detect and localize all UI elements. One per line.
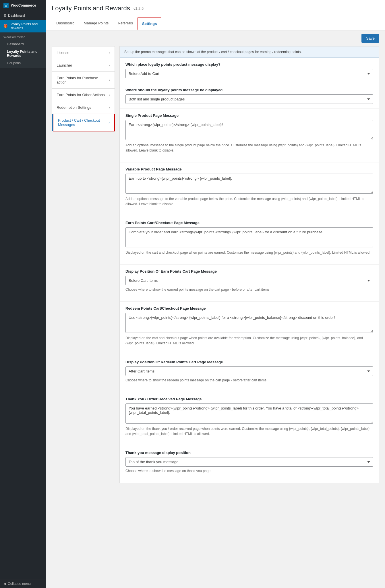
thank-you-message-textarea[interactable]: You have earned <strong>{wlpr_points}</s… [125,403,373,424]
thank-you-position-help: Choose where to show the message on than… [125,468,373,473]
field-earn-cart-message: Earn Points Cart/Checkout Page Message C… [120,216,379,265]
redeem-cart-position-select[interactable]: Before Cart items After Cart items [125,366,373,376]
nav-earn-other-chevron: › [109,93,110,97]
sidebar: W WooCommerce ⊞ Dashboard 🎁 Loyalty Poin… [0,0,46,588]
nav-earn-purchase-label: Earn Points for Purchase action [57,76,109,84]
variable-product-message-textarea[interactable]: Earn up to <strong>{wlpr_points}</strong… [125,174,373,194]
single-product-message-textarea[interactable]: Earn <strong>{wlpr_points}</strong> {wlp… [125,120,373,140]
app-wrapper: W WooCommerce ⊞ Dashboard 🎁 Loyalty Poin… [0,0,385,588]
where-displayed-select[interactable]: Both list and single product pages Singl… [125,94,373,104]
nav-license-chevron: › [109,51,110,55]
save-button[interactable]: Save [361,34,379,43]
earn-cart-position-help: Choose where to show the earned points m… [125,287,373,292]
nav-item-earn-other[interactable]: Earn Points for Other Actions › [52,88,115,101]
sidebar-loyalty-label: Loyalty Points and Rewards [9,22,42,30]
earn-cart-position-label: Display Position Of Earn Points Cart Pag… [125,269,373,273]
where-displayed-label: Where should the loyalty points message … [125,88,373,92]
nav-earn-other-label: Earn Points for Other Actions [57,93,105,97]
field-earn-cart-position: Display Position Of Earn Points Cart Pag… [120,265,379,302]
settings-nav: License › Launcher › Earn Points for Pur… [52,46,115,483]
thank-you-message-label: Thank You / Order Received Page Message [125,397,373,401]
tab-settings[interactable]: Settings [138,18,161,30]
single-product-message-label: Single Product Page Message [125,113,373,118]
nav-redemption-label: Redemption Settings [57,105,91,110]
field-thank-you-message: Thank You / Order Received Page Message … [120,392,379,446]
earn-cart-message-help: Displayed on the cart and checkout page … [125,250,373,255]
nav-item-license[interactable]: License › [52,46,115,59]
field-redeem-cart-position: Display Position Of Redeem Points Cart P… [120,355,379,392]
sidebar-item-loyalty[interactable]: 🎁 Loyalty Points and Rewards [0,20,46,32]
page-version: v1.2.5 [134,6,144,11]
redeem-cart-message-textarea[interactable]: Use <strong>{wlpr_points}</strong> {wlpr… [125,313,373,333]
nav-license-label: License [57,51,69,55]
nav-item-earn-purchase[interactable]: Earn Points for Purchase action › [52,71,115,89]
thank-you-position-label: Thank you message display position [125,451,373,455]
field-which-place: Which place loyalty points product messa… [120,58,379,83]
nav-item-redemption[interactable]: Redemption Settings › [52,101,115,114]
loyalty-icon: 🎁 [3,24,8,28]
earn-cart-message-label: Earn Points Cart/Checkout Page Message [125,221,373,225]
sidebar-dashboard-label: Dashboard [8,13,25,18]
nav-launcher-chevron: › [109,63,110,67]
woocommerce-icon: W [3,3,9,8]
variable-product-message-help: Add an optional message to the variable … [125,196,373,207]
collapse-icon: ◀ [3,582,6,586]
field-thank-you-position: Thank you message display position Top o… [120,446,379,483]
which-place-select[interactable]: Before Add to Cart After Add to Cart Bef… [125,69,373,78]
collapse-menu[interactable]: ◀ Collapse menu [0,579,46,588]
sidebar-logo: W WooCommerce [0,0,46,11]
info-bar-text: Set up the promo messages that can be sh… [124,50,302,54]
redeem-cart-position-help: Choose where to show the redeem points m… [125,378,373,383]
content-wrapper: License › Launcher › Earn Points for Pur… [46,46,385,489]
dashboard-icon: ⊞ [3,13,6,18]
sidebar-sub-loyalty[interactable]: Loyalty Points andRewards [0,48,46,59]
nav-item-launcher[interactable]: Launcher › [52,59,115,72]
tab-referrals[interactable]: Referrals [113,17,138,30]
field-variable-product-message: Variable Product Page Message Earn up to… [120,162,379,216]
single-product-message-help: Add an optional message to the single pr… [125,143,373,153]
nav-redemption-chevron: › [109,106,110,110]
tabs-bar: Dashboard Manage Points Referrals Settin… [46,17,385,30]
thank-you-position-select[interactable]: Top of the thank you message Bottom of t… [125,457,373,467]
page-title: Loyalty Points and Rewards [52,5,130,12]
redeem-cart-position-label: Display Position Of Redeem Points Cart P… [125,360,373,364]
earn-cart-position-select[interactable]: Before Cart items After Cart items [125,276,373,285]
collapse-label: Collapse menu [8,582,31,586]
tab-manage-points[interactable]: Manage Points [79,17,113,30]
main-content: Loyalty Points and Rewards v1.2.5 Dashbo… [46,0,385,588]
settings-panel: Set up the promo messages that can be sh… [119,46,379,483]
tab-dashboard[interactable]: Dashboard [52,17,79,30]
thank-you-message-help: Displayed on the thank you / order recei… [125,426,373,436]
nav-launcher-label: Launcher [57,63,72,67]
redeem-cart-message-label: Redeem Points Cart/Checkout Page Message [125,306,373,311]
variable-product-message-label: Variable Product Page Message [125,167,373,171]
earn-cart-message-textarea[interactable]: Complete your order and earn <strong>{wl… [125,227,373,247]
field-where-displayed: Where should the loyalty points message … [120,83,379,109]
page-header: Loyalty Points and Rewards v1.2.5 [46,0,385,17]
nav-product-cart-chevron: › [109,121,110,125]
redeem-cart-message-help: Displayed on the cart and checkout page … [125,335,373,346]
nav-earn-purchase-chevron: › [109,78,110,82]
nav-item-product-cart[interactable]: Product / Cart / Checkout Messages › [53,114,115,131]
sidebar-sub-woocommerce: WooCommerce [0,34,46,40]
nav-active-wrapper: Product / Cart / Checkout Messages › [52,114,115,131]
which-place-label: Which place loyalty points product messa… [125,62,373,67]
save-bar: Save [46,30,385,46]
sidebar-sub-coupons[interactable]: Coupons [0,59,46,67]
info-bar: Set up the promo messages that can be sh… [120,46,379,58]
sidebar-logo-text: WooCommerce [11,3,36,7]
field-redeem-cart-message: Redeem Points Cart/Checkout Page Message… [120,302,379,355]
sidebar-sub-dashboard[interactable]: Dashboard [0,40,46,48]
field-single-product-message: Single Product Page Message Earn <strong… [120,109,379,162]
sidebar-item-dashboard[interactable]: ⊞ Dashboard [0,11,46,20]
nav-product-cart-label: Product / Cart / Checkout Messages [58,118,109,127]
